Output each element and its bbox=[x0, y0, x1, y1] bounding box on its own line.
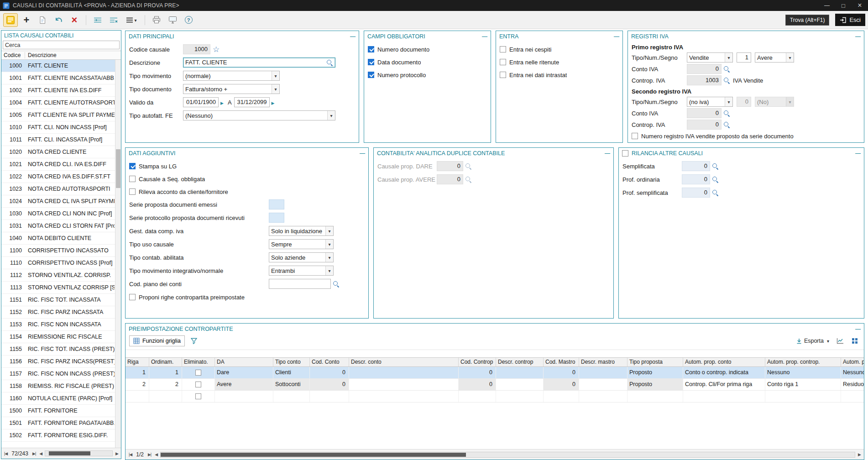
scroll-right-button[interactable] bbox=[857, 452, 862, 457]
collapse-icon[interactable] bbox=[482, 33, 487, 40]
help-button[interactable] bbox=[182, 14, 195, 26]
new-record-button[interactable] bbox=[20, 14, 33, 26]
prof-semplificata-field[interactable]: 0 bbox=[682, 188, 710, 198]
list-item[interactable]: 1500FATT. FORNITORE bbox=[1, 405, 121, 417]
search-icon[interactable] bbox=[712, 176, 719, 183]
favorite-star-icon[interactable] bbox=[213, 46, 220, 53]
table-row[interactable]: 22AvereSottoconti000PropostoControp. Cli… bbox=[125, 379, 864, 391]
tipo-documento-select[interactable]: Fattura/storno + bbox=[183, 84, 280, 94]
list-item[interactable]: 1110CORRISPETTIVO INCASS [Prof] bbox=[1, 257, 121, 269]
serie-ricevuti-field[interactable] bbox=[269, 213, 284, 223]
close-button[interactable] bbox=[852, 0, 868, 11]
list-item[interactable]: 1151RIC. FISC TOT. INCASSATA bbox=[1, 294, 121, 306]
grid-view-button[interactable] bbox=[849, 335, 860, 347]
column-header-cod-controp[interactable]: Cod. Controp bbox=[459, 358, 496, 366]
tipo-movimento-integrativo-normale-select[interactable]: Entrambi bbox=[269, 266, 334, 276]
search-icon[interactable] bbox=[723, 121, 730, 128]
search-icon[interactable] bbox=[326, 59, 333, 66]
column-header-descr-conto[interactable]: Descr. conto bbox=[349, 358, 459, 366]
list-item[interactable]: 1112STORNO VENTILAZ. CORRISP. bbox=[1, 269, 121, 282]
scroll-left-button[interactable] bbox=[38, 451, 43, 456]
list-item[interactable]: 1022NOTA CRED IVA ES.DIFF.ST.FT bbox=[1, 171, 121, 183]
eliminato-checkbox[interactable] bbox=[195, 370, 201, 376]
list-vertical-scrollbar[interactable] bbox=[115, 60, 121, 448]
list-item[interactable]: 1152RIC. FISC PARZ INCASSATA bbox=[1, 306, 121, 319]
numero-documento-checkbox[interactable] bbox=[368, 46, 374, 52]
undo-button[interactable] bbox=[52, 14, 65, 26]
secondo-tipo-select[interactable]: (no iva) bbox=[687, 97, 733, 107]
menu-button[interactable] bbox=[123, 14, 140, 26]
list-item[interactable]: 1010FATT. CLI. NON INCASS [Prof] bbox=[1, 121, 121, 134]
list-item[interactable]: 1024NOTA CRED CL IVA SPLIT PAYMENT bbox=[1, 195, 121, 208]
table-row[interactable]: 11DareClienti000PropostoConto o controp.… bbox=[125, 367, 864, 379]
primo-conto-iva-field[interactable]: 0 bbox=[687, 64, 722, 74]
list-item[interactable]: 1011FATT. CLI. INCASSATA [Prof] bbox=[1, 134, 121, 146]
numero-registro-proposto-checkbox[interactable] bbox=[632, 133, 638, 139]
grid-horizontal-scrollbar[interactable] bbox=[160, 452, 855, 458]
search-icon[interactable] bbox=[712, 189, 719, 196]
scrollbar-thumb[interactable] bbox=[116, 149, 120, 188]
list-item[interactable]: 1100CORRISPETTIVO INCASSATO bbox=[1, 245, 121, 257]
gest-data-comp-iva-select[interactable]: Solo in liquidazione bbox=[269, 226, 334, 236]
search-icon[interactable] bbox=[723, 110, 730, 117]
rilancia-checkbox[interactable] bbox=[622, 150, 628, 157]
list-item[interactable]: 1002FATT. CLIENTE IVA ES.DIFF bbox=[1, 84, 121, 97]
semplificata-field[interactable]: 0 bbox=[682, 161, 710, 171]
column-header-autom-prop-conto[interactable]: Autom. prop. conto bbox=[683, 358, 765, 366]
list-item[interactable]: 1502FATT. FORNITORE ESIG.DIFF. bbox=[1, 429, 121, 442]
list-item[interactable]: 1040NOTA DEBITO CLIENTE bbox=[1, 232, 121, 245]
list-item[interactable]: 1001FATT. CLIENTE INCASSATA/ABB. bbox=[1, 72, 121, 84]
primo-num-field[interactable]: 1 bbox=[737, 52, 751, 63]
preview-button[interactable] bbox=[166, 14, 179, 26]
last-page-button[interactable] bbox=[147, 452, 152, 457]
column-header-cod-mastro[interactable]: Cod. Mastro bbox=[544, 358, 579, 366]
list-item[interactable]: 1020NOTA CRED CLIENTE bbox=[1, 146, 121, 158]
chart-button[interactable] bbox=[835, 335, 846, 347]
primo-tipo-select[interactable]: Vendite bbox=[687, 52, 733, 63]
maximize-button[interactable] bbox=[835, 0, 852, 11]
collapse-icon[interactable] bbox=[350, 33, 356, 40]
column-header-descrizione[interactable]: Descrizione bbox=[25, 52, 121, 58]
list-item[interactable]: 1153RIC. FISC NON INCASSATA bbox=[1, 319, 121, 331]
list-toggle-button[interactable] bbox=[4, 14, 17, 26]
tipo-autofatt-select[interactable]: (Nessuno) bbox=[183, 110, 335, 120]
descrizione-field[interactable]: FATT. CLIENTE bbox=[183, 58, 335, 68]
delete-button[interactable] bbox=[68, 14, 81, 26]
column-header-codice[interactable]: Codice bbox=[1, 52, 25, 58]
collapse-icon[interactable] bbox=[360, 150, 365, 157]
esporta-button[interactable]: Esporta bbox=[795, 335, 831, 346]
list-item[interactable]: 1030NOTA CRED CLI NON INC [Prof] bbox=[1, 208, 121, 220]
proponi-righe-checkbox[interactable] bbox=[129, 294, 136, 300]
scrollbar-thumb[interactable] bbox=[49, 451, 90, 455]
column-header-cod-conto[interactable]: Cod. Conto bbox=[310, 358, 349, 366]
secondo-conto-iva-field[interactable]: 0 bbox=[687, 108, 722, 118]
scroll-left-button[interactable] bbox=[154, 452, 158, 457]
cod-piano-conti-field[interactable] bbox=[269, 279, 331, 289]
list-item[interactable]: 1501FATT. FORNITORE PAGATA/ABB. bbox=[1, 417, 121, 429]
column-header-autom-p[interactable]: Autom. p bbox=[841, 358, 864, 366]
collapse-icon[interactable] bbox=[614, 33, 619, 40]
list-item[interactable]: 1155RIC. FISC TOT. INCASS (PREST) bbox=[1, 343, 121, 355]
list-horizontal-scrollbar[interactable] bbox=[45, 450, 113, 456]
collapse-icon[interactable] bbox=[855, 33, 861, 40]
copy-record-button[interactable] bbox=[36, 14, 49, 26]
list-item[interactable]: 1158RIEMISS. RIC FISCALE (PREST) bbox=[1, 380, 121, 392]
select-rows-button[interactable] bbox=[91, 14, 105, 26]
collapse-icon[interactable] bbox=[605, 150, 610, 157]
numero-protocollo-checkbox[interactable] bbox=[368, 72, 374, 78]
stampa-su-lg-checkbox[interactable] bbox=[129, 163, 136, 169]
column-header-descr-mastro[interactable]: Descr. mastro bbox=[579, 358, 627, 366]
last-record-button[interactable] bbox=[31, 451, 37, 456]
column-header-tipo-proposta[interactable]: Tipo proposta bbox=[627, 358, 683, 366]
search-icon[interactable] bbox=[723, 66, 730, 73]
list-item[interactable]: 1160NOTULA CLIENTE (PARC) [Prof] bbox=[1, 392, 121, 405]
list-item[interactable]: 1156RIC. FISC PARZ INCASS(PREST) bbox=[1, 355, 121, 368]
column-header-riga[interactable]: Riga bbox=[125, 358, 149, 366]
entra-nei-cespiti-checkbox[interactable] bbox=[500, 46, 506, 52]
eliminato-checkbox[interactable] bbox=[195, 382, 201, 387]
collapse-icon[interactable] bbox=[855, 150, 861, 157]
list-item[interactable]: 1005FATT CLIENTE IVA SPLIT PAYMENT bbox=[1, 109, 121, 121]
causale-a-seq-obbligata-checkbox[interactable] bbox=[129, 176, 136, 182]
search-icon[interactable] bbox=[723, 77, 730, 84]
list-item[interactable]: 1004FATT. CLIENTE AUTOTRASPORTI bbox=[1, 97, 121, 109]
